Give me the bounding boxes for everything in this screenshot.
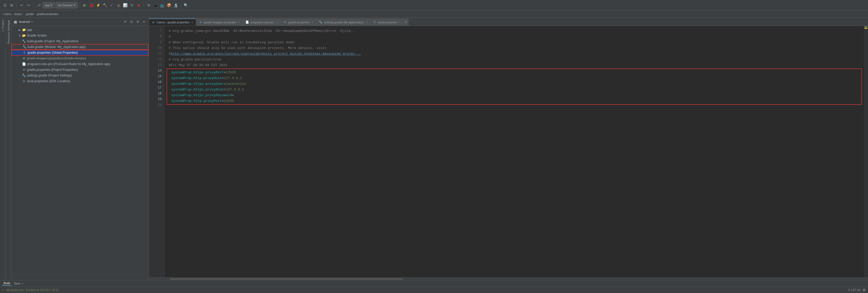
tab-local-properties[interactable]: ⚙ local.properties ✕: [370, 19, 404, 26]
redo-icon[interactable]: ↪: [26, 2, 31, 8]
settings-gear-icon[interactable]: ⚙: [135, 19, 141, 24]
tab-label-gradle-properties-users: Users/.../gradle.properties: [157, 21, 190, 24]
breadcrumb-file[interactable]: gradle.properties: [37, 12, 58, 15]
tab-gradle-properties-users[interactable]: ⚙ Users/.../gradle.properties ✕: [149, 19, 196, 26]
panel-dropdown-icon[interactable]: ▾: [31, 21, 33, 23]
tab-close-local-properties[interactable]: ✕: [399, 21, 401, 24]
code-val-15: 127.0.0.1: [224, 76, 242, 80]
collapse-icon[interactable]: ⊟: [129, 19, 134, 24]
layout-icon[interactable]: ⊞: [9, 2, 14, 8]
code-line-19: systemProp.http.proxyPort=12639: [167, 98, 861, 104]
panel-header: 🤖 Android ▾ ⟳ ⊟ ⚙ ✕: [11, 18, 149, 26]
gradle-properties-global-icon: ⚙: [22, 51, 27, 55]
breadcrumb-gradle[interactable]: .gradle: [25, 12, 34, 15]
sync-tab-close-icon[interactable]: ✕: [22, 282, 24, 285]
no-devices-dropdown-icon: ▾: [74, 3, 75, 7]
tree-item-build-gradle-module[interactable]: 🔧 build.gradle (Module: My_Application.a…: [11, 44, 149, 50]
tab-gradle-properties[interactable]: ⚙ gradle.properties ✕: [280, 19, 316, 26]
profile-icon[interactable]: 📊: [122, 2, 128, 8]
line-numbers: 7 8 9 10 11 12 13 14 15 16 17 18 19 20: [149, 26, 164, 278]
monitor-icon[interactable]: 📺: [159, 2, 165, 8]
vcs-icon[interactable]: ⎇: [36, 2, 41, 8]
editor-scrollbar[interactable]: [149, 278, 868, 280]
close-panel-icon[interactable]: ✕: [142, 19, 147, 24]
project-panel: 🤖 Android ▾ ⟳ ⊟ ⚙ ✕ ▶ 📁 app ▼: [11, 18, 149, 280]
tab-proguard[interactable]: 📄 proguard-rules.pro ✕: [243, 19, 281, 26]
tab-close-settings-gradle[interactable]: ✕: [365, 21, 367, 24]
code-content-9: # When configured, Gradle will run in in…: [168, 40, 296, 44]
separator-2: [33, 3, 34, 8]
panel-header-left: 🤖 Android ▾: [13, 20, 33, 24]
tab-close-gradle-properties-users[interactable]: ✕: [191, 21, 193, 24]
gradle-properties-project-icon: ⚙: [22, 68, 26, 72]
no-devices-button[interactable]: No Devices ▾: [56, 2, 77, 8]
tab-overflow[interactable]: ▾: [404, 19, 409, 26]
code-content-7: # org.gradle.jvmargs=-Xmx2048m -XX:MaxPe…: [168, 29, 357, 33]
local-properties-icon: ⚙: [22, 79, 26, 83]
tab-close-gradle-properties[interactable]: ✕: [311, 21, 313, 24]
code-content-8: #: [168, 35, 171, 39]
undo-icon[interactable]: ↩: [19, 2, 25, 8]
search-icon[interactable]: 🔍: [183, 2, 189, 8]
build-gradle-module-label: build.gradle (Module: My_Application.app…: [28, 45, 86, 49]
tree-item-settings-gradle[interactable]: 🔧 settings.gradle (Project Settings): [11, 73, 149, 78]
code-line-13: #Fri May 07 10:34:49 CST 2021: [164, 62, 864, 68]
bottom-tabs: Build Sync ✕: [0, 280, 868, 287]
app-selector[interactable]: app ▾: [42, 2, 55, 8]
status-gear-icon[interactable]: ⚙: [863, 288, 866, 292]
stop-icon[interactable]: ■: [136, 2, 142, 8]
build-gradle-project-icon: 🔧: [22, 39, 26, 43]
breadcrumb-users[interactable]: Users: [4, 12, 11, 15]
build-icon[interactable]: 🔨: [102, 2, 108, 8]
tab-close-proguard[interactable]: ✕: [276, 21, 278, 24]
tree-item-proguard[interactable]: 📄 proguard-rules.pro (ProGuard Rules for…: [11, 61, 149, 67]
scrollbar-thumb[interactable]: [169, 278, 403, 280]
tree-item-gradle-wrapper[interactable]: ⚙ gradle-wrapper.properties (Gradle Vers…: [11, 56, 149, 61]
code-val-14: 12639: [226, 70, 236, 74]
android-icon: 🤖: [13, 20, 18, 24]
line-num-12: 12: [149, 57, 164, 62]
status-text: MyApplication: finished at 2021/5/7 19:1…: [6, 288, 59, 291]
editor-content: 7 8 9 10 11 12 13 14 15 16 17 18 19 20 #…: [149, 26, 868, 278]
sdk-manager-icon[interactable]: ⚙: [146, 2, 152, 8]
build-tab[interactable]: Build: [2, 281, 11, 286]
coverage-icon[interactable]: ◎: [116, 2, 121, 8]
reload-icon[interactable]: ↻: [129, 2, 135, 8]
tab-label-settings-gradle: settings.gradle (My Application): [324, 21, 364, 24]
breadcrumb-tanjun[interactable]: tanjun: [14, 12, 22, 15]
run-button[interactable]: ▶: [82, 2, 88, 8]
code-line-11: # http://www.gradle.org/docs/current/use…: [164, 51, 864, 57]
code-line-9: # When configured, Gradle will run in in…: [164, 39, 864, 45]
logcat-icon[interactable]: 📱: [153, 2, 158, 8]
code-editor[interactable]: # org.gradle.jvmargs=-Xmx2048m -XX:MaxPe…: [164, 26, 864, 278]
profiler-icon[interactable]: 🔬: [173, 2, 179, 8]
tree-item-build-gradle-project[interactable]: 🔧 build.gradle (Project: My_Application): [11, 38, 149, 44]
project-strip[interactable]: 1: Project: [0, 18, 6, 280]
apk-icon[interactable]: 📦: [166, 2, 172, 8]
debug-button[interactable]: 🐞: [89, 2, 94, 8]
tree-item-gradle-scripts[interactable]: ▼ 📂 Gradle Scripts: [11, 33, 149, 38]
resource-manager-label: Resource Manager: [6, 18, 11, 46]
code-line-16: systemProp.https.proxyUser=jacksontan: [167, 81, 861, 87]
status-duration: 1 s 97 ms: [848, 288, 861, 291]
attach-button[interactable]: ⚡: [95, 2, 101, 8]
code-line-17: systemProp.https.proxyHost=127.0.0.1: [167, 87, 861, 92]
tab-gradle-wrapper[interactable]: ⚙ gradle-wrapper.properties ✕: [196, 19, 243, 26]
build-tab-label: Build: [4, 282, 10, 285]
app-dropdown-icon: ▾: [51, 3, 52, 7]
sync-tab[interactable]: Sync ✕: [12, 281, 25, 286]
tab-icon-settings-gradle: 🔧: [319, 21, 322, 24]
sync-icon[interactable]: ⟳: [123, 19, 128, 24]
code-key-17: systemProp.https.proxyHost: [171, 88, 224, 92]
test-icon[interactable]: ✓: [109, 2, 115, 8]
resource-strip[interactable]: Resource Manager: [6, 18, 11, 280]
menu-icon[interactable]: ☰: [2, 2, 8, 8]
tree-item-app[interactable]: ▶ 📁 app: [11, 27, 149, 33]
gradle-scripts-folder-icon: 📂: [22, 33, 26, 38]
tree-item-gradle-properties-project[interactable]: ⚙ gradle.properties (Project Properties): [11, 67, 149, 73]
tab-settings-gradle[interactable]: 🔧 settings.gradle (My Application) ✕: [316, 19, 370, 26]
tab-icon-gradle-properties-users: ⚙: [152, 21, 155, 24]
tab-close-gradle-wrapper[interactable]: ✕: [238, 21, 240, 24]
tree-item-gradle-properties-global[interactable]: ⚙ gradle.properties (Global Properties): [11, 50, 149, 56]
tree-item-local-properties[interactable]: ⚙ local.properties (SDK Location): [11, 78, 149, 84]
